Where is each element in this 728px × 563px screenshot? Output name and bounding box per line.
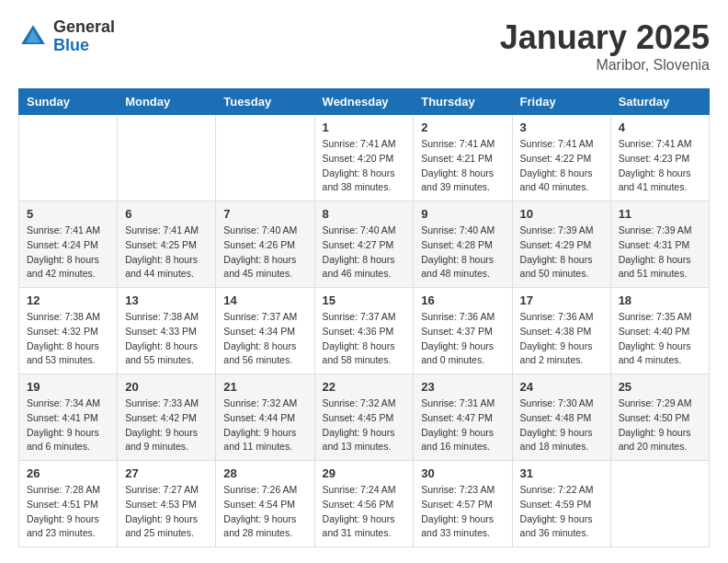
day-info: Sunrise: 7:29 AM Sunset: 4:50 PM Dayligh… [619,396,701,454]
weekday-header: Thursday [414,89,512,115]
logo-text: General Blue [53,18,115,55]
calendar-cell: 15Sunrise: 7:37 AM Sunset: 4:36 PM Dayli… [314,288,414,374]
calendar-cell: 17Sunrise: 7:36 AM Sunset: 4:38 PM Dayli… [512,288,610,374]
calendar-cell: 4Sunrise: 7:41 AM Sunset: 4:23 PM Daylig… [610,115,709,201]
calendar-week-row: 19Sunrise: 7:34 AM Sunset: 4:41 PM Dayli… [19,374,710,461]
calendar-cell: 28Sunrise: 7:26 AM Sunset: 4:54 PM Dayli… [216,461,314,547]
day-info: Sunrise: 7:41 AM Sunset: 4:21 PM Dayligh… [421,137,504,195]
calendar-week-row: 1Sunrise: 7:41 AM Sunset: 4:20 PM Daylig… [19,115,710,201]
day-info: Sunrise: 7:22 AM Sunset: 4:59 PM Dayligh… [520,483,603,541]
day-info: Sunrise: 7:35 AM Sunset: 4:40 PM Dayligh… [619,310,701,368]
day-number: 27 [125,466,208,480]
day-info: Sunrise: 7:37 AM Sunset: 4:34 PM Dayligh… [223,310,306,368]
day-info: Sunrise: 7:26 AM Sunset: 4:54 PM Dayligh… [223,483,306,541]
day-number: 15 [323,293,406,307]
day-info: Sunrise: 7:39 AM Sunset: 4:31 PM Dayligh… [619,224,701,282]
day-number: 21 [223,380,306,394]
calendar-cell: 1Sunrise: 7:41 AM Sunset: 4:20 PM Daylig… [314,115,414,201]
calendar-cell: 10Sunrise: 7:39 AM Sunset: 4:29 PM Dayli… [512,201,610,288]
calendar-cell: 31Sunrise: 7:22 AM Sunset: 4:59 PM Dayli… [512,461,610,547]
day-number: 29 [323,466,406,480]
weekday-header: Saturday [610,89,709,115]
calendar-cell: 19Sunrise: 7:34 AM Sunset: 4:41 PM Dayli… [19,374,118,461]
calendar-cell [610,461,709,547]
day-info: Sunrise: 7:31 AM Sunset: 4:47 PM Dayligh… [421,396,504,454]
day-number: 13 [125,293,208,307]
day-info: Sunrise: 7:41 AM Sunset: 4:22 PM Dayligh… [520,137,603,195]
day-info: Sunrise: 7:41 AM Sunset: 4:24 PM Dayligh… [27,224,109,282]
day-number: 26 [27,466,109,480]
calendar-cell: 18Sunrise: 7:35 AM Sunset: 4:40 PM Dayli… [610,288,709,374]
day-info: Sunrise: 7:30 AM Sunset: 4:48 PM Dayligh… [520,396,603,454]
day-number: 24 [520,380,603,394]
day-info: Sunrise: 7:33 AM Sunset: 4:42 PM Dayligh… [125,396,208,454]
weekday-header: Wednesday [314,89,414,115]
day-number: 17 [520,293,603,307]
calendar-cell: 26Sunrise: 7:28 AM Sunset: 4:51 PM Dayli… [19,461,118,547]
calendar-cell [118,115,216,201]
day-number: 9 [421,207,504,221]
day-info: Sunrise: 7:36 AM Sunset: 4:38 PM Dayligh… [520,310,603,368]
day-info: Sunrise: 7:41 AM Sunset: 4:25 PM Dayligh… [125,224,208,282]
day-number: 23 [421,380,504,394]
calendar-cell [19,115,118,201]
day-number: 3 [520,121,603,134]
calendar-cell: 22Sunrise: 7:32 AM Sunset: 4:45 PM Dayli… [314,374,414,461]
calendar-cell: 12Sunrise: 7:38 AM Sunset: 4:32 PM Dayli… [19,288,118,374]
day-number: 28 [223,466,306,480]
calendar-cell: 27Sunrise: 7:27 AM Sunset: 4:53 PM Dayli… [118,461,216,547]
day-info: Sunrise: 7:23 AM Sunset: 4:57 PM Dayligh… [421,483,504,541]
day-info: Sunrise: 7:40 AM Sunset: 4:26 PM Dayligh… [223,224,306,282]
day-number: 14 [223,293,306,307]
calendar-cell: 7Sunrise: 7:40 AM Sunset: 4:26 PM Daylig… [216,201,314,288]
month-title: January 2025 [500,18,710,57]
day-info: Sunrise: 7:38 AM Sunset: 4:33 PM Dayligh… [125,310,208,368]
calendar-cell: 9Sunrise: 7:40 AM Sunset: 4:28 PM Daylig… [414,201,512,288]
calendar-cell: 13Sunrise: 7:38 AM Sunset: 4:33 PM Dayli… [118,288,216,374]
day-info: Sunrise: 7:39 AM Sunset: 4:29 PM Dayligh… [520,224,603,282]
calendar-cell: 23Sunrise: 7:31 AM Sunset: 4:47 PM Dayli… [414,374,512,461]
logo: General Blue [18,18,115,55]
day-number: 5 [27,207,109,221]
calendar-cell: 24Sunrise: 7:30 AM Sunset: 4:48 PM Dayli… [512,374,610,461]
day-info: Sunrise: 7:41 AM Sunset: 4:23 PM Dayligh… [619,137,701,195]
logo-icon [18,22,48,52]
day-number: 7 [223,207,306,221]
day-number: 30 [421,466,504,480]
day-number: 25 [619,380,701,394]
day-info: Sunrise: 7:36 AM Sunset: 4:37 PM Dayligh… [421,310,504,368]
day-info: Sunrise: 7:40 AM Sunset: 4:28 PM Dayligh… [421,224,504,282]
calendar-cell: 16Sunrise: 7:36 AM Sunset: 4:37 PM Dayli… [414,288,512,374]
day-number: 22 [323,380,406,394]
calendar-week-row: 12Sunrise: 7:38 AM Sunset: 4:32 PM Dayli… [19,288,710,374]
calendar-cell: 5Sunrise: 7:41 AM Sunset: 4:24 PM Daylig… [19,201,118,288]
calendar-cell: 20Sunrise: 7:33 AM Sunset: 4:42 PM Dayli… [118,374,216,461]
day-info: Sunrise: 7:27 AM Sunset: 4:53 PM Dayligh… [125,483,208,541]
day-number: 1 [323,121,406,134]
calendar-table: SundayMondayTuesdayWednesdayThursdayFrid… [18,88,710,547]
calendar-cell: 3Sunrise: 7:41 AM Sunset: 4:22 PM Daylig… [512,115,610,201]
logo-general-text: General [53,18,115,37]
day-info: Sunrise: 7:32 AM Sunset: 4:45 PM Dayligh… [323,396,406,454]
calendar-cell: 30Sunrise: 7:23 AM Sunset: 4:57 PM Dayli… [414,461,512,547]
day-number: 12 [27,293,109,307]
calendar-cell: 29Sunrise: 7:24 AM Sunset: 4:56 PM Dayli… [314,461,414,547]
calendar-cell [216,115,314,201]
location: Maribor, Slovenia [500,57,710,74]
weekday-header: Friday [512,89,610,115]
weekday-header: Monday [118,89,216,115]
day-number: 18 [619,293,701,307]
day-number: 31 [520,466,603,480]
day-number: 10 [520,207,603,221]
day-info: Sunrise: 7:28 AM Sunset: 4:51 PM Dayligh… [27,483,109,541]
calendar-cell: 2Sunrise: 7:41 AM Sunset: 4:21 PM Daylig… [414,115,512,201]
day-info: Sunrise: 7:32 AM Sunset: 4:44 PM Dayligh… [223,396,306,454]
day-number: 6 [125,207,208,221]
day-info: Sunrise: 7:34 AM Sunset: 4:41 PM Dayligh… [27,396,109,454]
calendar-cell: 21Sunrise: 7:32 AM Sunset: 4:44 PM Dayli… [216,374,314,461]
day-number: 2 [421,121,504,134]
calendar-week-row: 5Sunrise: 7:41 AM Sunset: 4:24 PM Daylig… [19,201,710,288]
day-number: 20 [125,380,208,394]
day-number: 11 [619,207,701,221]
page-header: General Blue January 2025 Maribor, Slove… [18,18,710,74]
